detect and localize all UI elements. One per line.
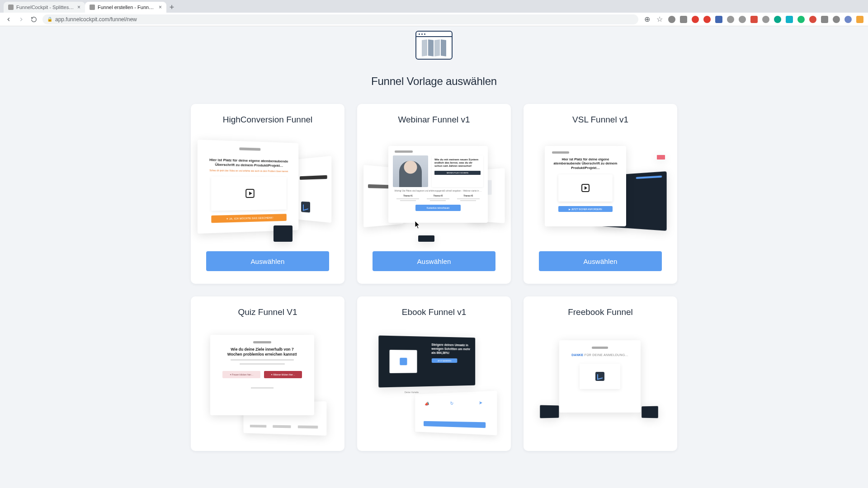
preview-cta-bar (424, 421, 486, 428)
browser-tab-active[interactable]: Funnel erstellen - FunnelCock × (85, 2, 166, 13)
extension-icons (668, 16, 863, 23)
site-settings-icon[interactable]: ⊕ (643, 15, 651, 23)
template-preview: Hier ist Platz für deine eigene atembera… (533, 133, 668, 246)
reload-button[interactable] (30, 15, 38, 23)
select-button[interactable]: Auswählen (373, 251, 495, 271)
template-title: Freebook Funnel (568, 307, 633, 317)
extension-icon[interactable] (833, 16, 840, 23)
template-card-highconversion: HighConversion Funnel EINE ANMEL Hier is… (191, 104, 344, 284)
lock-icon: 🔒 (47, 17, 52, 22)
preview-hero-btn: MEINEN PLATZ SICHERN (434, 171, 481, 175)
preview-cta: ▶ JETZT SICHER ANFORDERN (558, 206, 613, 212)
preview-dark-block (642, 406, 658, 418)
play-icon (245, 189, 255, 198)
tab-favicon (8, 5, 14, 10)
send-icon: ➤ (479, 400, 484, 406)
preview-col: Thema #2 (427, 195, 449, 197)
extension-icon[interactable] (680, 16, 687, 23)
extension-icon[interactable] (809, 16, 816, 23)
extension-icon[interactable] (668, 16, 675, 23)
template-title: Webinar Funnel v1 (398, 115, 470, 125)
preview-image-box (389, 350, 417, 373)
preview-logo (552, 151, 569, 154)
template-card-vsl: VSL Funnel v1 Hier ist Platz für deine e… (524, 104, 677, 284)
extension-icon[interactable] (739, 16, 746, 23)
template-card-quiz: Quiz Funnel V1 Wie du deine Ziele innerh… (191, 296, 344, 451)
url-text: app.funnelcockpit.com/funnel/new (55, 16, 137, 23)
preview-cta: ✦ JA, ICH MÖCHTE DAS GESCHENK! (211, 214, 286, 223)
megaphone-icon: 📣 (425, 401, 429, 407)
preview-headline: Wie du deine Ziele innerhalb von 7 Woche… (217, 347, 308, 357)
preview-nav-bar (636, 175, 662, 179)
template-preview: DANKE FÜR DEINE ANMELDUNG… (533, 325, 668, 438)
preview-subline: Schau dir jetzt das Video an und erfahre… (209, 169, 288, 173)
tab-favicon (90, 5, 95, 10)
preview-logo (253, 341, 271, 343)
preview-col: Thema #3 (457, 195, 480, 197)
extension-icon[interactable] (821, 16, 828, 23)
preview-cta: JETZT ANSEHEN (431, 358, 457, 363)
select-button[interactable]: Auswählen (539, 251, 662, 271)
preview-logo (239, 147, 260, 150)
funnel-map-icon (415, 31, 453, 60)
preview-headline: Steigere deinen Umsatz in wenigen Schrit… (431, 343, 471, 355)
preview-person-photo (393, 155, 428, 187)
extension-icon[interactable] (703, 16, 711, 23)
preview-headline: Hier ist Platz für deine eigene atembera… (209, 158, 288, 168)
preview-logo (592, 347, 608, 349)
extension-icon[interactable] (750, 16, 758, 23)
tab-title: Funnel erstellen - FunnelCock (98, 5, 156, 10)
template-title: VSL Funnel v1 (572, 115, 628, 125)
preview-option-right: ✦ Männer klicken hier… (264, 371, 302, 378)
play-icon (581, 184, 590, 192)
forward-button[interactable] (17, 15, 25, 23)
preview-headline: Hier ist Platz für deine eigene atembera… (550, 157, 621, 170)
extension-icon[interactable] (692, 16, 699, 23)
chart-icon (595, 372, 604, 381)
chart-icon (301, 202, 310, 213)
template-card-webinar: Webinar Funnel v1 Wie du mit meinem neu (357, 104, 511, 284)
browser-tab-inactive[interactable]: FunnelCockpit - Splittests, Ma × (4, 2, 85, 13)
template-preview: 📣↻➤ Steigere deinen Umsatz in wenigen Sc… (366, 325, 502, 438)
preview-dark-block (274, 225, 292, 242)
back-button[interactable] (5, 15, 13, 23)
extension-icon[interactable] (856, 16, 863, 23)
preview-accent-block (657, 155, 665, 160)
preview-logo (395, 150, 413, 153)
extension-icon[interactable] (786, 16, 793, 23)
extension-icon[interactable] (727, 16, 734, 23)
extension-icon[interactable] (774, 16, 781, 23)
close-icon[interactable]: × (159, 4, 162, 10)
bookmark-icon[interactable]: ☆ (656, 15, 664, 23)
preview-dark-block (540, 405, 559, 418)
preview-hero-text: Wie du mit meinem neuen System endlich d… (434, 158, 481, 168)
template-title: Ebook Funnel v1 (402, 307, 467, 317)
extension-icon[interactable] (715, 16, 722, 23)
template-card-ebook: Ebook Funnel v1 📣↻➤ St (357, 296, 511, 451)
template-grid: HighConversion Funnel EINE ANMEL Hier is… (191, 104, 677, 451)
close-icon[interactable]: × (77, 4, 80, 10)
browser-tab-bar: FunnelCockpit - Splittests, Ma × Funnel … (0, 0, 868, 13)
extension-icon[interactable] (797, 16, 805, 23)
preview-headline: DANKE FÜR DEINE ANMELDUNG… (566, 353, 634, 357)
extension-icon[interactable] (762, 16, 769, 23)
template-card-freebook: Freebook Funnel DANKE FÜR DEINE ANMELDUN… (524, 296, 677, 451)
refresh-icon: ↻ (450, 401, 455, 406)
preview-secondary-heading: EINE ANMEL (300, 175, 327, 180)
select-button[interactable]: Auswählen (206, 251, 329, 271)
template-preview: EINE ANMEL Hier ist Platz für deine eige… (200, 133, 335, 246)
url-field[interactable]: 🔒 app.funnelcockpit.com/funnel/new (42, 14, 638, 24)
preview-cta: Kostenlos reinschauen (415, 205, 461, 211)
tab-title: FunnelCockpit - Splittests, Ma (16, 5, 75, 10)
preview-option-left: ✦ Frauen klicken hier… (222, 371, 260, 378)
template-preview: Wie du mit meinem neuen System endlich d… (366, 133, 502, 246)
preview-col: Thema #1 (396, 195, 419, 197)
template-preview: Wie du deine Ziele innerhalb von 7 Woche… (200, 325, 335, 438)
preview-subline: Wichtig! Die Plätze sind begrenzt und er… (393, 190, 483, 192)
template-title: Quiz Funnel V1 (238, 307, 297, 317)
template-title: HighConversion Funnel (223, 115, 313, 125)
preview-subline: Deine Vorteile (405, 391, 419, 394)
page-title: Funnel Vorlage auswählen (371, 75, 497, 88)
new-tab-button[interactable]: + (166, 2, 177, 13)
extension-icon[interactable] (844, 16, 852, 23)
